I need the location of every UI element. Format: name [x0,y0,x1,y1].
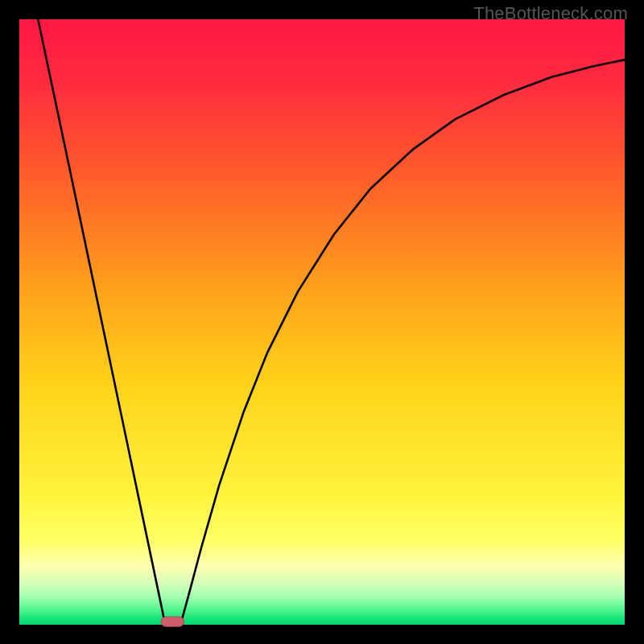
watermark-text: TheBottleneck.com [473,3,628,24]
optimal-marker [161,617,184,626]
bottleneck-chart [0,0,644,644]
chart-background [19,19,625,625]
